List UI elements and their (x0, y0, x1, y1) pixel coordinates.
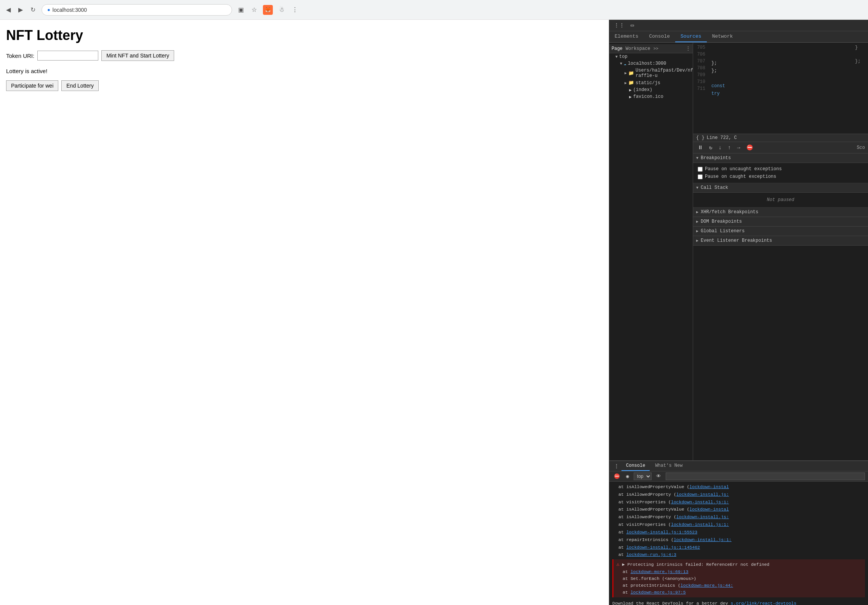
console-top-select[interactable]: top (634, 473, 652, 480)
forward-button[interactable]: ▶ (17, 5, 24, 15)
lockdown-link[interactable]: lockdown-install.js:1:145462 (626, 545, 700, 550)
right-panel: 705 706 707 708 709 710 711 }; (693, 43, 868, 460)
tab-sources[interactable]: Sources (675, 31, 707, 42)
lockdown-link[interactable]: lockdown-more.js:69:13 (631, 569, 689, 574)
ft-item-top[interactable]: ▼ top (609, 53, 693, 60)
pause-uncaught-checkbox[interactable] (698, 167, 703, 172)
ft-item-favicon[interactable]: ▶ favicon.ico (609, 93, 693, 100)
console-line: at lockdown-more.js:97:5 (617, 589, 862, 596)
console-error-block: ⚠ ▶ Protecting intrinsics failed: Refere… (612, 559, 865, 597)
lockdown-link[interactable]: lockdown-instal (689, 484, 729, 489)
step-out-button[interactable]: ↑ (726, 144, 732, 152)
back-button[interactable]: ◀ (5, 5, 12, 15)
extension-icon-fox[interactable]: 🦊 (263, 5, 273, 15)
ft-item-users[interactable]: ▶ 📁 Users/halfpast/Dev/nft-raffle-u (609, 67, 693, 79)
screenshot-button[interactable]: ▣ (237, 5, 245, 15)
console-line: at lockdown-install.js:1:145462 (612, 544, 865, 551)
lockdown-link[interactable]: lockdown-run.js:4:3 (626, 552, 676, 557)
lockdown-link[interactable]: lockdown-install.js:1: (671, 500, 729, 504)
ft-more-icon[interactable]: >> (653, 46, 658, 51)
ft-item-index[interactable]: ▶ (index) (609, 86, 693, 93)
call-stack-header[interactable]: ▼ Call Stack (693, 183, 868, 193)
lockdown-link[interactable]: lockdown-install.js: (676, 492, 729, 497)
line-col-info: Line 722, C (707, 135, 737, 140)
step-button[interactable]: → (735, 144, 741, 152)
call-stack-label: Call Stack (701, 185, 728, 190)
lockdown-link[interactable]: lockdown-instal (689, 507, 729, 512)
lockdown-link[interactable]: lockdown-install.js:1: (671, 522, 729, 527)
ft-dots-menu[interactable]: ⋮ (686, 46, 690, 51)
pause-button[interactable]: ⏸ (696, 144, 705, 152)
reload-button[interactable]: ↻ (29, 5, 37, 15)
line-numbers: 705 706 707 708 709 710 711 (693, 43, 708, 134)
console-filter-input[interactable] (666, 473, 865, 480)
ft-item-label: localhost:3000 (628, 61, 666, 66)
lockdown-link[interactable]: lockdown-more.js:97:5 (631, 590, 686, 595)
ft-tab-workspace[interactable]: Workspace (626, 46, 650, 51)
tab-network[interactable]: Network (707, 31, 738, 42)
code-line: }; (711, 59, 850, 67)
console-line: at lockdown-install.js:1:55523 (612, 528, 865, 536)
browser-chrome: ◀ ▶ ↻ ● localhost:3000 ▣ ☆ 🦊 ☃ ⋮ (0, 0, 868, 20)
token-uri-row: Token URI: Mint NFT and Start Lottery (6, 50, 603, 61)
arrow-right-icon: ▶ (696, 210, 698, 214)
bookmark-button[interactable]: ☆ (250, 5, 258, 15)
tab-elements[interactable]: Elements (609, 31, 644, 42)
ft-item-label: (index) (633, 87, 652, 93)
deactivate-button[interactable]: ⛔ (745, 144, 754, 152)
devtools-toggle-icon[interactable]: ⋮⋮ (612, 21, 626, 29)
step-into-button[interactable]: ↓ (717, 144, 723, 152)
tab-whats-new[interactable]: What's New (650, 461, 687, 471)
code-content: }; }; const try (708, 43, 853, 134)
console-tabs: ⋮ Console What's New (609, 461, 868, 471)
tab-console[interactable]: Console (644, 31, 675, 42)
pause-caught-checkbox[interactable] (698, 174, 703, 179)
devtools-panel: ⋮⋮ ▭ Elements Console Sources Network (609, 20, 868, 605)
end-lottery-button[interactable]: End Lottery (61, 80, 99, 91)
devtools-toolbar: ⋮⋮ ▭ (609, 20, 868, 31)
lockdown-link[interactable]: lockdown-install.js:1:55523 (626, 530, 697, 535)
step-over-button[interactable]: ↻ (708, 144, 714, 152)
xhr-fetch-header[interactable]: ▶ XHR/fetch Breakpoints (693, 208, 868, 217)
participate-button[interactable]: Participate for wei (6, 80, 58, 91)
lockdown-link[interactable]: lockdown-more.js:44: (681, 583, 733, 588)
code-line (711, 52, 850, 59)
ft-item-localhost[interactable]: ▼ ☁ localhost:3000 (609, 60, 693, 67)
arrow-right-icon: ▶ (696, 229, 698, 233)
react-devtools-link[interactable]: s.org/link/react-devtools (731, 601, 797, 605)
console-eye-icon[interactable]: 👁 (655, 473, 663, 480)
menu-button[interactable]: ⋮ (290, 5, 299, 15)
devtools-body: Page Workspace >> ⋮ ▼ top ▼ ☁ localhost:… (609, 43, 868, 460)
error-expand-icon[interactable]: ▶ (622, 562, 625, 567)
breakpoints-header[interactable]: ▼ Breakpoints (693, 153, 868, 163)
console-clear-button[interactable]: ⛔ (612, 473, 621, 480)
extensions-button[interactable]: ☃ (277, 5, 286, 15)
file-tree-panel: Page Workspace >> ⋮ ▼ top ▼ ☁ localhost:… (609, 43, 693, 460)
cloud-icon: ☁ (624, 61, 626, 66)
address-bar[interactable]: ● localhost:3000 (42, 4, 232, 16)
console-area: ⋮ Console What's New ⛔ ◉ top 👁 (609, 460, 868, 605)
arrow-down-icon: ▼ (696, 156, 698, 160)
event-listener-header[interactable]: ▶ Event Listener Breakpoints (693, 236, 868, 246)
console-toolbar: ⛔ ◉ top 👁 (609, 471, 868, 482)
console-line: at lockdown-more.js:69:13 (617, 568, 862, 575)
breakpoints-content: Pause on uncaught exceptions Pause on ca… (693, 163, 868, 183)
ft-item-static[interactable]: ▶ 📁 static/js (609, 79, 693, 86)
ft-tab-page[interactable]: Page (612, 46, 623, 51)
console-dots-icon[interactable]: ⋮ (612, 462, 621, 470)
arrow-down-icon: ▼ (696, 186, 698, 190)
token-uri-input[interactable] (37, 51, 98, 61)
global-listeners-header[interactable]: ▶ Global Listeners (693, 227, 868, 236)
dom-breakpoints-header[interactable]: ▶ DOM Breakpoints (693, 217, 868, 227)
arrow-right-icon: ▶ (696, 219, 698, 224)
console-line: at isAllowedPropertyValue (lockdown-inst… (612, 483, 865, 491)
folder-icon: 📁 (628, 70, 634, 76)
tab-console-bottom[interactable]: Console (621, 461, 650, 471)
console-filter-button[interactable]: ◉ (625, 473, 631, 480)
devtools-responsive-icon[interactable]: ▭ (629, 21, 635, 29)
lockdown-link[interactable]: lockdown-install.js: (676, 514, 729, 519)
action-buttons: Participate for wei End Lottery (6, 80, 603, 91)
mint-button[interactable]: Mint NFT and Start Lottery (101, 50, 174, 61)
debug-sections: ▼ Breakpoints Pause on uncaught exceptio… (693, 153, 868, 460)
lockdown-link[interactable]: lockdown-install.js:1: (674, 537, 732, 542)
